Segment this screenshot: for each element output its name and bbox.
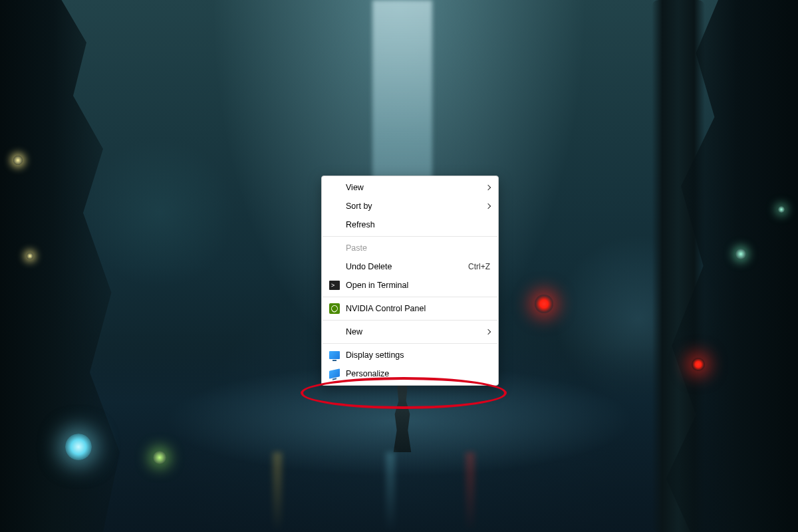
terminal-icon: [329, 279, 340, 291]
chevron-right-icon: [485, 185, 491, 190]
menu-item-open-terminal[interactable]: Open in Terminal: [322, 276, 498, 295]
menu-item-nvidia-control-panel[interactable]: NVIDIA Control Panel: [322, 299, 498, 318]
menu-item-personalize[interactable]: Personalize: [322, 364, 498, 383]
menu-item-new[interactable]: New: [322, 323, 498, 341]
menu-item-label: Undo Delete: [346, 262, 460, 271]
menu-item-display-settings[interactable]: Display settings: [322, 346, 498, 364]
menu-item-label: NVIDIA Control Panel: [346, 304, 490, 313]
monitor-icon: [329, 368, 340, 380]
menu-separator: [323, 297, 497, 297]
menu-item-label: Open in Terminal: [346, 281, 490, 290]
menu-separator: [323, 320, 497, 321]
menu-item-undo-delete[interactable]: Undo Delete Ctrl+Z: [322, 257, 498, 276]
desktop-context-menu: View Sort by Refresh Paste Undo Delete C…: [321, 176, 499, 386]
menu-item-label: Personalize: [346, 369, 490, 378]
menu-item-label: Display settings: [346, 350, 490, 360]
menu-separator: [323, 236, 497, 237]
menu-item-sort-by[interactable]: Sort by: [322, 197, 498, 215]
menu-separator: [323, 343, 497, 344]
monitor-icon: [329, 349, 340, 361]
menu-item-paste: Paste: [322, 239, 498, 257]
menu-item-label: New: [346, 327, 481, 336]
menu-item-shortcut: Ctrl+Z: [468, 262, 490, 271]
chevron-right-icon: [485, 329, 491, 334]
menu-item-refresh[interactable]: Refresh: [322, 215, 498, 234]
menu-item-label: Refresh: [346, 220, 490, 229]
chevron-right-icon: [485, 203, 491, 209]
menu-item-label: Sort by: [346, 201, 481, 211]
menu-item-view[interactable]: View: [322, 178, 498, 197]
nvidia-icon: [329, 303, 340, 315]
menu-item-label: View: [346, 183, 481, 192]
menu-item-label: Paste: [346, 243, 490, 253]
